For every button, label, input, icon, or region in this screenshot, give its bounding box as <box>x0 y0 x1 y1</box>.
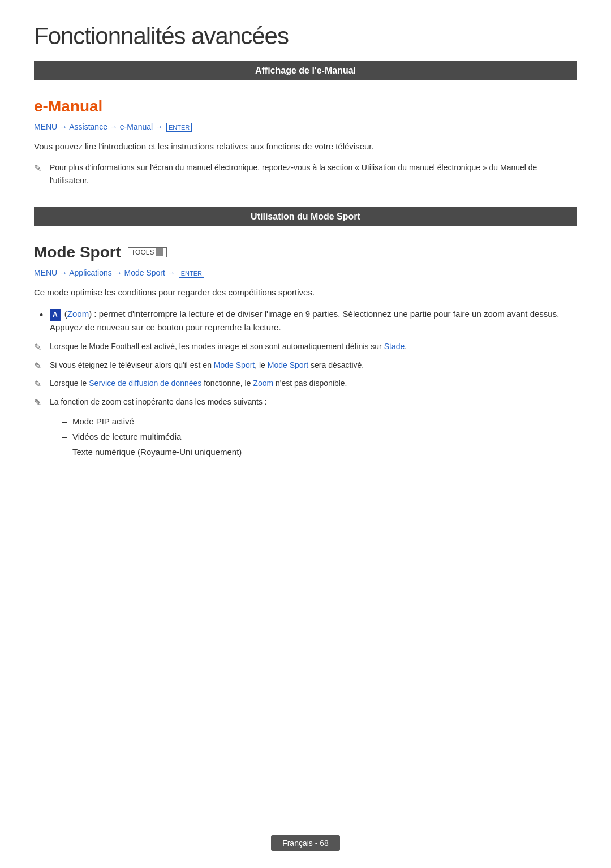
mode-sport-title-container: Mode Sport TOOLS <box>34 243 577 261</box>
enter-icon: ENTER <box>166 123 192 132</box>
menu-label-2: MENU <box>34 268 57 277</box>
section-header-emanual: Affichage de l'e-Manual <box>34 61 577 80</box>
mode-sport-description: Ce mode optimise les conditions pour reg… <box>34 286 577 299</box>
arrow3-2: → <box>165 268 178 277</box>
note-zoom-inoperant: La fonction de zoom est inopérante dans … <box>34 396 577 408</box>
enter-icon-2: ENTER <box>179 269 204 278</box>
list-item-videos: Vidéos de lecture multimédia <box>62 429 577 444</box>
note-diffusion: Lorsque le Service de diffusion de donné… <box>34 377 577 389</box>
stade-link[interactable]: Stade <box>384 342 405 351</box>
arrow2: → <box>107 122 120 131</box>
applications-link[interactable]: Applications <box>69 268 112 277</box>
service-diffusion-link[interactable]: Service de diffusion de données <box>89 379 201 388</box>
note-eteindre: Si vous éteignez le téléviseur alors qu'… <box>34 359 577 371</box>
tools-icon <box>156 248 163 256</box>
arrow2-2: → <box>112 268 124 277</box>
zoom-link-2[interactable]: Zoom <box>253 379 273 388</box>
list-item-pip: Mode PIP activé <box>62 414 577 429</box>
note-football: Lorsque le Mode Football est activé, les… <box>34 340 577 353</box>
emanual-menu-path: MENU → Assistance → e-Manual → ENTER <box>34 122 577 132</box>
arrow3: → <box>153 122 165 131</box>
dash-list: Mode PIP activé Vidéos de lecture multim… <box>62 414 577 459</box>
menu-label: MENU <box>34 122 57 131</box>
footer-badge: Français - 68 <box>271 835 340 851</box>
mode-sport-menu-path: MENU → Applications → Mode Sport → ENTER <box>34 268 577 278</box>
zoom-text: : permet d'interrompre la lecture et de … <box>50 309 559 332</box>
arrow1-2: → <box>57 268 69 277</box>
footer: Français - 68 <box>0 835 611 851</box>
mode-sport-title-text: Mode Sport <box>34 243 121 261</box>
emanual-description: Vous pouvez lire l'introduction et les i… <box>34 140 577 153</box>
emanual-note: Pour plus d'informations sur l'écran du … <box>34 161 577 187</box>
assistance-link[interactable]: Assistance <box>69 122 107 131</box>
mode-sport-link[interactable]: Mode Sport <box>124 268 165 277</box>
section-mode-sport: Utilisation du Mode Sport Mode Sport TOO… <box>34 207 577 459</box>
mode-sport-link-2[interactable]: Mode Sport <box>214 360 255 369</box>
mode-sport-link-3[interactable]: Mode Sport <box>268 360 308 369</box>
section-emanual: Affichage de l'e-Manual e-Manual MENU → … <box>34 61 577 187</box>
blue-a-icon: A <box>50 309 61 321</box>
arrow1: → <box>57 122 69 131</box>
emanual-title: e-Manual <box>34 97 577 115</box>
tools-label: TOOLS <box>131 248 154 256</box>
page-title: Fonctionnalités avancées <box>34 23 577 50</box>
list-item-texte: Texte numérique (Royaume-Uni uniquement) <box>62 444 577 459</box>
zoom-bullet: A (Zoom) : permet d'interrompre la lectu… <box>34 307 577 334</box>
tools-badge: TOOLS <box>128 247 167 257</box>
zoom-link[interactable]: Zoom <box>67 309 89 319</box>
section-header-mode-sport: Utilisation du Mode Sport <box>34 207 577 226</box>
emanual-link[interactable]: e-Manual <box>120 122 153 131</box>
